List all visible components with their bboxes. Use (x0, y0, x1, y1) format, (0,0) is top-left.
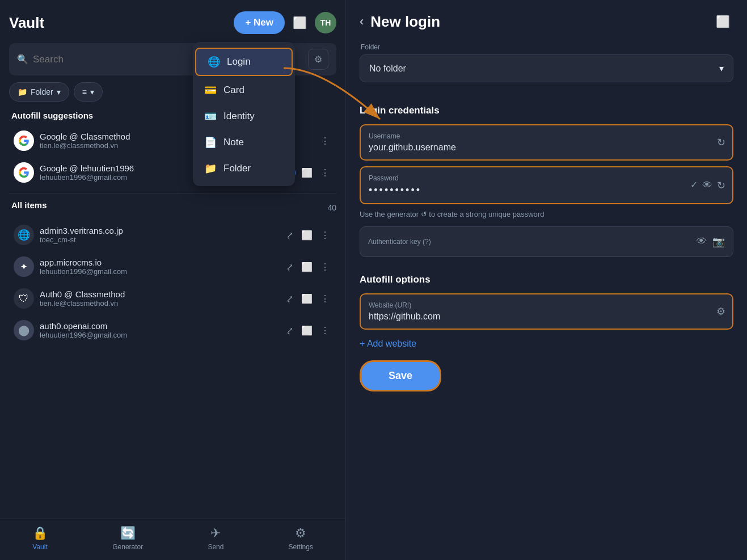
folder-menu-label: Folder (223, 163, 251, 174)
new-button[interactable]: + New (234, 11, 285, 34)
site-icon-3: 🛡 (14, 288, 34, 309)
site-icon-4: ⬤ (14, 320, 34, 340)
item-3-sub: tien.le@classmethod.vn (40, 299, 278, 308)
check-icon[interactable]: ✓ (690, 179, 698, 192)
generator-nav-icon: 🔄 (120, 526, 136, 541)
right-header: ‹ New login ⬜ (360, 11, 733, 32)
item-4-actions: ⤤ ⬜ ⋮ (284, 323, 332, 338)
note-menu-label: Note (223, 137, 244, 148)
credentials-section: Login credentials Username your.github.u… (360, 105, 733, 263)
more-icon-4a[interactable]: ⋮ (318, 323, 332, 338)
save-button[interactable]: Save (360, 360, 441, 391)
identity-menu-label: Identity (223, 111, 255, 122)
copy-icon-4a[interactable]: ⬜ (299, 323, 315, 338)
divider (9, 193, 336, 193)
refresh-username-icon[interactable]: ↻ (717, 136, 725, 149)
uri-field: Website (URI) https://github.com ⚙ (360, 293, 733, 330)
dropdown-item-login[interactable]: 🌐 Login (195, 48, 293, 76)
external-link-icon-4[interactable]: ⤤ (284, 323, 296, 338)
avatar-button[interactable]: TH (315, 12, 336, 33)
note-menu-icon: 📄 (204, 136, 217, 149)
popout-icon: ⬜ (716, 15, 730, 28)
password-label: Password (369, 174, 724, 182)
camera-icon[interactable]: 📷 (712, 235, 725, 248)
external-link-icon-3[interactable]: ⤤ (284, 291, 296, 306)
item-4-text: auth0.openai.com lehuutien1996@gmail.com (40, 321, 278, 339)
search-icon: 🔍 (17, 54, 28, 65)
dropdown-item-card[interactable]: 💳 Card (193, 77, 295, 103)
page-title: New login (370, 13, 440, 31)
uri-settings-icon[interactable]: ⚙ (716, 305, 725, 318)
dropdown-item-folder[interactable]: 📁 Folder (193, 155, 295, 182)
folder-section: Folder No folder ▾ (360, 43, 733, 94)
vault-nav-icon: 🔒 (32, 526, 48, 541)
item-3-text: Auth0 @ Classmethod tien.le@classmethod.… (40, 289, 278, 308)
password-value[interactable]: •••••••••• (369, 184, 724, 196)
all-items-count: 40 (327, 203, 336, 212)
copy-icon-3a[interactable]: ⬜ (299, 291, 315, 306)
dropdown-item-note[interactable]: 📄 Note (193, 129, 295, 155)
nav-send[interactable]: ✈ Send (208, 526, 223, 551)
uri-value[interactable]: https://github.com (369, 311, 724, 322)
bottom-nav: 🔒 Vault 🔄 Generator ✈ Send ⚙ Settings (0, 519, 345, 560)
copy-icon-2a[interactable]: ⬜ (299, 259, 315, 275)
left-header: Vault + New ⬜ TH (9, 11, 336, 34)
folder-select[interactable]: No folder ▾ (360, 54, 733, 82)
eye-icon[interactable]: 👁 (702, 179, 712, 192)
login-menu-label: Login (227, 56, 251, 68)
item-2-text: app.microcms.io lehuutien1996@gmail.com (40, 258, 278, 276)
more-icon-3a[interactable]: ⋮ (318, 291, 332, 306)
more-icon-1a[interactable]: ⋮ (318, 228, 332, 243)
folder-chevron-icon: ▾ (719, 63, 724, 74)
auth-field-icons: 👁 📷 (697, 235, 725, 248)
vault-title: Vault (9, 14, 44, 32)
item-2-name: app.microcms.io (40, 258, 278, 267)
username-field: Username your.github.username ↻ (360, 124, 733, 161)
list-item[interactable]: 🛡 Auth0 @ Classmethod tien.le@classmetho… (9, 283, 336, 314)
all-items-title: All items (9, 200, 47, 210)
username-label: Username (369, 132, 724, 140)
external-link-icon-1[interactable]: ⤤ (284, 228, 296, 243)
item-3-name: Auth0 @ Classmethod (40, 289, 278, 299)
list-item[interactable]: 🌐 admin3.veritrans.co.jp toec_cm-st ⤤ ⬜ … (9, 219, 336, 251)
item-4-sub: lehuutien1996@gmail.com (40, 331, 278, 339)
more-icon-1[interactable]: ⋮ (318, 133, 332, 149)
nav-vault[interactable]: 🔒 Vault (32, 526, 48, 551)
login-menu-icon: 🌐 (208, 56, 220, 68)
export-icon-btn[interactable]: ⬜ (289, 12, 310, 33)
dropdown-item-identity[interactable]: 🪪 Identity (193, 103, 295, 129)
back-button[interactable]: ‹ (360, 14, 364, 29)
google-icon-2 (14, 162, 34, 183)
list-item[interactable]: ⬤ auth0.openai.com lehuutien1996@gmail.c… (9, 314, 336, 346)
card-menu-icon: 💳 (204, 84, 217, 96)
more-icon-2[interactable]: ⋮ (318, 165, 332, 180)
more-icon-2a[interactable]: ⋮ (318, 259, 332, 275)
right-header-left: ‹ New login (360, 13, 440, 31)
filter-icon-btn[interactable]: ⚙ (308, 49, 328, 70)
password-hint: Use the generator ↺ to create a strong u… (360, 210, 733, 218)
username-value[interactable]: your.github.username (369, 142, 724, 153)
eye-auth-icon[interactable]: 👁 (697, 235, 707, 248)
left-panel: Vault + New ⬜ TH 🔍 ⚙ 📁 Folder ▾ ≡ ▾ Auto… (0, 0, 346, 560)
add-website-button[interactable]: + Add website (360, 339, 416, 349)
authenticator-key-field: Authenticator key (?) 👁 📷 (360, 226, 733, 257)
password-field: Password •••••••••• ✓ 👁 ↻ (360, 166, 733, 204)
folder-filter[interactable]: 📁 Folder ▾ (9, 82, 69, 102)
refresh-password-icon[interactable]: ↻ (717, 179, 725, 192)
list-item[interactable]: ✦ app.microcms.io lehuutien1996@gmail.co… (9, 251, 336, 283)
nav-generator[interactable]: 🔄 Generator (112, 526, 143, 551)
popout-icon-btn[interactable]: ⬜ (712, 11, 733, 32)
folder-value: No folder (369, 64, 406, 74)
item-2-actions: ⤤ ⬜ ⋮ (284, 259, 332, 275)
copy-icon-1a[interactable]: ⬜ (299, 228, 315, 243)
nav-settings[interactable]: ⚙ Settings (289, 526, 313, 551)
type-filter[interactable]: ≡ ▾ (74, 82, 103, 102)
export-icon: ⬜ (293, 16, 307, 29)
site-icon-1: 🌐 (14, 225, 34, 245)
folder-icon: 📁 (18, 87, 27, 96)
credentials-title: Login credentials (360, 105, 733, 116)
copy-icon-2[interactable]: ⬜ (299, 165, 315, 180)
chevron-down-icon: ▾ (57, 87, 61, 96)
external-link-icon-2[interactable]: ⤤ (284, 259, 296, 275)
password-field-actions: ✓ 👁 ↻ (690, 179, 725, 192)
